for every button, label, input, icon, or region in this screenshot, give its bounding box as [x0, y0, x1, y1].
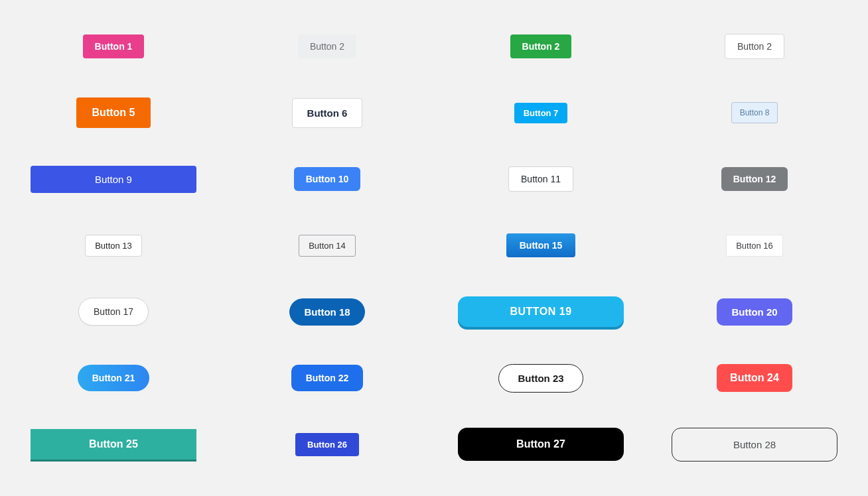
button-7[interactable]: Button 7	[514, 103, 568, 123]
button-10[interactable]: Button 10	[294, 167, 361, 191]
row-5: Button 17 Button 18 BUTTON 19 Button 20	[7, 279, 861, 345]
button-14[interactable]: Button 14	[299, 235, 356, 257]
button-6[interactable]: Button 6	[292, 98, 363, 128]
button-17[interactable]: Button 17	[78, 298, 149, 326]
button-20[interactable]: Button 20	[717, 298, 792, 326]
button-16[interactable]: Button 16	[726, 235, 783, 257]
row-3: Button 9 Button 10 Button 11 Button 12	[7, 146, 861, 212]
button-12[interactable]: Button 12	[721, 167, 788, 191]
button-18[interactable]: Button 18	[289, 298, 364, 326]
button-3[interactable]: Button 2	[510, 34, 572, 58]
row-7: Button 25 Button 26 Button 27 Button 28	[7, 411, 861, 477]
row-4: Button 13 Button 14 Button 15 Button 16	[7, 212, 861, 279]
row-6: Button 21 Button 22 Button 23 Button 24	[7, 345, 861, 411]
row-2: Button 5 Button 6 Button 7 Button 8	[7, 80, 861, 146]
button-8[interactable]: Button 8	[731, 102, 778, 123]
button-22[interactable]: Button 22	[291, 365, 364, 391]
button-1[interactable]: Button 1	[83, 34, 145, 58]
button-25[interactable]: Button 25	[31, 429, 196, 460]
button-27[interactable]: Button 27	[458, 428, 624, 461]
button-23[interactable]: Button 23	[498, 364, 583, 393]
button-4[interactable]: Button 2	[725, 34, 784, 59]
button-13[interactable]: Button 13	[85, 235, 142, 257]
button-24[interactable]: Button 24	[717, 364, 792, 392]
button-28[interactable]: Button 28	[672, 428, 837, 462]
button-9[interactable]: Button 9	[31, 166, 196, 193]
button-19[interactable]: BUTTON 19	[458, 296, 624, 327]
button-11[interactable]: Button 11	[508, 166, 573, 192]
button-15[interactable]: Button 15	[506, 233, 576, 257]
button-26[interactable]: Button 26	[295, 433, 359, 456]
button-5[interactable]: Button 5	[76, 97, 151, 128]
row-1: Button 1 Button 2 Button 2 Button 2	[7, 13, 861, 80]
button-2[interactable]: Button 2	[298, 34, 356, 58]
button-21[interactable]: Button 21	[78, 365, 150, 391]
button-gallery: Button 1 Button 2 Button 2 Button 2 Butt…	[0, 0, 868, 496]
